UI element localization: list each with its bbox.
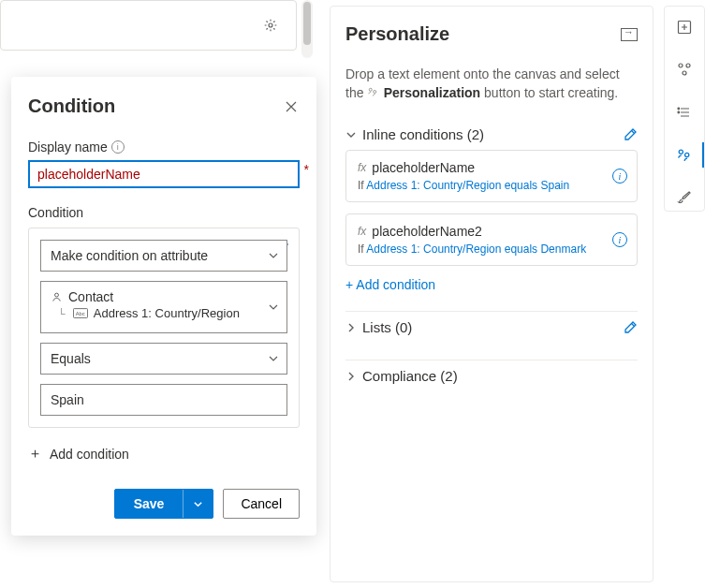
svg-point-0	[269, 23, 272, 27]
condition-card[interactable]: fx placeholderName If Address 1: Country…	[345, 150, 638, 202]
svg-point-9	[683, 71, 686, 75]
save-split-chevron[interactable]	[183, 490, 213, 518]
compliance-header[interactable]: Compliance (2)	[345, 360, 638, 391]
fx-icon: fx	[358, 161, 366, 174]
condition-mode-select[interactable]: Make condition on attribute	[40, 240, 287, 272]
personalize-panel: Personalize Drop a text element onto the…	[330, 6, 654, 582]
info-icon[interactable]: i	[111, 140, 125, 154]
operator-select[interactable]: Equals	[40, 343, 287, 375]
chevron-right-icon	[345, 322, 357, 333]
svg-point-4	[370, 88, 373, 91]
fx-icon: fx	[358, 225, 366, 238]
info-icon[interactable]: i	[612, 169, 627, 184]
condition-dialog: Condition Display name i Condition … Mak…	[11, 77, 316, 536]
svg-point-1	[55, 293, 59, 297]
attribute-select[interactable]: Contact └ Abc Address 1: Country/Region	[40, 281, 287, 333]
svg-point-10	[678, 108, 680, 110]
personalization-icon	[367, 87, 381, 100]
info-icon[interactable]: i	[612, 232, 627, 247]
edit-icon[interactable]	[623, 127, 638, 142]
chevron-right-icon	[345, 371, 357, 382]
add-condition-button[interactable]: ＋ Add condition	[28, 445, 300, 463]
chevron-down-icon	[268, 301, 279, 313]
rail-brush-icon[interactable]	[671, 184, 698, 211]
svg-point-8	[686, 64, 690, 67]
side-rail	[664, 6, 705, 212]
cancel-button[interactable]: Cancel	[223, 489, 300, 519]
dialog-title: Condition	[28, 96, 115, 117]
text-field-icon: Abc	[73, 308, 88, 318]
rail-add-icon[interactable]	[671, 14, 698, 40]
gear-icon[interactable]	[262, 17, 279, 34]
display-name-label: Display name i	[28, 140, 300, 154]
chevron-down-icon	[268, 250, 279, 261]
svg-text:Abc: Abc	[75, 311, 84, 316]
condition-section-label: Condition	[28, 205, 300, 220]
rail-personalize-icon[interactable]	[665, 142, 704, 169]
panel-helper-text: Drop a text element onto the canvas and …	[345, 66, 638, 102]
save-button[interactable]: Save	[114, 489, 214, 519]
plus-icon: ＋	[28, 445, 42, 463]
canvas-toolbar	[0, 0, 297, 51]
svg-point-5	[374, 90, 376, 93]
edit-icon[interactable]	[623, 320, 638, 335]
condition-group: … Make condition on attribute Contact └	[28, 228, 300, 428]
svg-point-7	[679, 64, 683, 67]
condition-card[interactable]: fx placeholderName2 If Address 1: Countr…	[345, 213, 638, 266]
panel-title: Personalize	[345, 23, 449, 45]
display-name-input[interactable]	[28, 160, 300, 188]
panel-add-condition[interactable]: + Add condition	[345, 277, 638, 292]
close-icon[interactable]	[283, 98, 300, 115]
tree-connector: └	[58, 308, 66, 319]
chevron-down-icon	[268, 353, 279, 364]
rail-list-icon[interactable]	[671, 99, 698, 125]
rail-elements-icon[interactable]	[671, 57, 698, 83]
svg-point-11	[678, 111, 680, 113]
svg-point-13	[684, 153, 688, 156]
expand-panel-icon[interactable]	[621, 28, 638, 41]
canvas-scrollbar[interactable]	[301, 0, 313, 58]
svg-point-12	[679, 150, 683, 154]
value-input[interactable]: Spain	[40, 384, 287, 416]
contact-icon	[51, 291, 63, 303]
lists-header[interactable]: Lists (0)	[345, 311, 638, 343]
inline-conditions-header[interactable]: Inline conditions (2)	[345, 119, 638, 150]
chevron-down-icon	[345, 129, 357, 140]
